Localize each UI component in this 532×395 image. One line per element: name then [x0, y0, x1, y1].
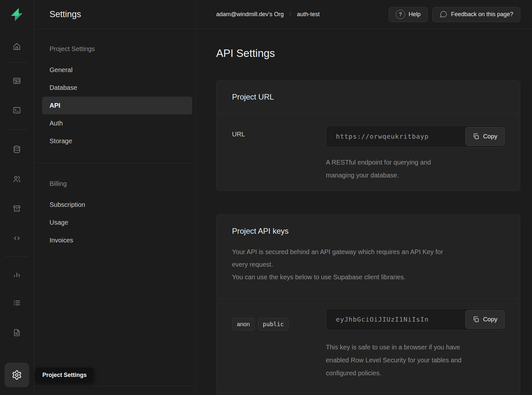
- copy-anon-key-button-label: Copy: [483, 316, 497, 323]
- nav-item-auth[interactable]: Auth: [42, 114, 192, 132]
- url-row: URL https://orwqeukritbayp Copy A REST: [216, 114, 520, 191]
- help-button[interactable]: ? Help: [389, 7, 428, 22]
- next-key-row-cutoff: [216, 392, 520, 395]
- database-icon: [13, 145, 21, 154]
- api-keys-card-description: Your API is secured behind an API gatewa…: [232, 246, 501, 283]
- breadcrumb-separator: /: [290, 11, 291, 18]
- api-keys-description-line1: Your API is secured behind an API gatewa…: [232, 246, 446, 271]
- rail-item-api-docs[interactable]: [13, 234, 21, 242]
- app-window: Project Settings Settings Project Settin…: [0, 0, 532, 395]
- nav-item-database[interactable]: Database: [42, 79, 192, 97]
- gear-icon: [12, 370, 22, 380]
- api-keys-card-header: Project API keys Your API is secured beh…: [216, 215, 520, 299]
- feedback-button-label: Feedback on this page?: [451, 11, 513, 18]
- nav-section-heading-billing: Billing: [42, 180, 192, 187]
- api-keys-card: Project API keys Your API is secured beh…: [216, 214, 520, 395]
- rail-item-table-editor[interactable]: [13, 77, 21, 85]
- nav-bottom-divider: [34, 386, 195, 386]
- anon-key-value: eyJhbGciOiJIUzI1NiIsIn: [336, 315, 429, 323]
- api-keys-description-line2: You can use the keys below to use Supaba…: [232, 271, 501, 283]
- rail-divider: [5, 256, 28, 257]
- rail-item-project-settings[interactable]: [5, 363, 29, 387]
- page-title: API Settings: [216, 47, 520, 59]
- speech-bubble-icon: [439, 10, 448, 18]
- nav-item-subscription[interactable]: Subscription: [42, 196, 192, 214]
- auth-users-icon: [13, 175, 21, 183]
- nav-section-heading-project-settings: Project Settings: [42, 45, 192, 53]
- settings-nav-header: Settings: [34, 0, 195, 29]
- document-icon: [13, 328, 21, 337]
- copy-anon-key-button[interactable]: Copy: [465, 310, 504, 329]
- project-url-card-header: Project URL: [216, 80, 520, 114]
- rail-item-reports[interactable]: [13, 270, 21, 278]
- project-settings-tooltip: Project Settings: [36, 368, 94, 382]
- rail-item-logs[interactable]: [13, 299, 21, 307]
- anon-key-row: anon public eyJhbGciOiJIUzI1NiIsIn Copy: [216, 299, 520, 392]
- icon-rail: [0, 0, 34, 395]
- home-icon: [13, 42, 21, 51]
- settings-nav-body: Project Settings General Database API Au…: [34, 29, 195, 249]
- rail-item-database[interactable]: [13, 145, 21, 154]
- copy-icon: [472, 316, 480, 323]
- main-area: adam@windmill.dev's Org / auth-test ? He…: [196, 0, 532, 395]
- storage-icon: [13, 204, 21, 213]
- copy-url-button-label: Copy: [483, 133, 497, 140]
- anon-key-field[interactable]: eyJhbGciOiJIUzI1NiIsIn Copy: [326, 308, 504, 330]
- top-bar: adam@windmill.dev's Org / auth-test ? He…: [196, 0, 532, 29]
- code-brackets-icon: [13, 234, 21, 242]
- settings-panel-title: Settings: [50, 9, 81, 19]
- rail-item-auth[interactable]: [13, 175, 21, 183]
- project-url-value: https://orwqeukritbayp: [336, 133, 429, 140]
- logo-bolt-upper: [11, 8, 19, 16]
- copy-icon: [472, 133, 480, 140]
- project-url-card: Project URL URL https://orwqeukritbayp C…: [216, 80, 520, 191]
- project-url-card-title: Project URL: [232, 92, 504, 102]
- supabase-logo-icon[interactable]: [9, 7, 25, 22]
- breadcrumb: adam@windmill.dev's Org / auth-test: [216, 11, 320, 18]
- logs-list-icon: [13, 299, 21, 307]
- project-url-field[interactable]: https://orwqeukritbayp Copy: [326, 125, 504, 147]
- breadcrumb-project[interactable]: auth-test: [297, 11, 320, 18]
- nav-item-usage[interactable]: Usage: [42, 214, 192, 231]
- rail-item-docs[interactable]: [13, 328, 21, 337]
- nav-item-api[interactable]: API: [42, 97, 192, 114]
- nav-section-divider: [34, 163, 195, 163]
- rail-item-sql-editor[interactable]: [13, 106, 21, 114]
- page-content: API Settings Project URL URL https://orw…: [196, 29, 532, 395]
- feedback-button[interactable]: Feedback on this page?: [432, 7, 520, 22]
- rail-divider: [5, 62, 28, 63]
- anon-key-badges-cell: anon public: [232, 308, 326, 379]
- url-row-value: https://orwqeukritbayp Copy A RESTful en…: [326, 125, 504, 182]
- rail-item-home[interactable]: [13, 42, 21, 51]
- anon-key-value-cell: eyJhbGciOiJIUzI1NiIsIn Copy This key is …: [326, 308, 504, 379]
- rail-divider: [5, 129, 28, 130]
- url-row-label: URL: [232, 125, 326, 182]
- key-badges: anon public: [232, 314, 326, 330]
- public-badge: public: [258, 318, 289, 330]
- nav-item-general[interactable]: General: [42, 61, 192, 79]
- nav-item-invoices[interactable]: Invoices: [42, 231, 192, 249]
- settings-nav-panel: Settings Project Settings General Databa…: [34, 0, 196, 395]
- table-editor-icon: [13, 77, 21, 85]
- project-url-description: A RESTful endpoint for querying and mana…: [326, 156, 457, 182]
- api-keys-card-title: Project API keys: [232, 226, 504, 236]
- anon-key-description: This key is safe to use in a browser if …: [326, 341, 471, 379]
- breadcrumb-org[interactable]: adam@windmill.dev's Org: [216, 11, 284, 18]
- bar-chart-icon: [13, 270, 21, 278]
- sql-editor-icon: [13, 106, 21, 114]
- nav-item-storage[interactable]: Storage: [42, 132, 192, 150]
- anon-badge: anon: [232, 318, 255, 330]
- help-question-icon: ?: [396, 10, 405, 19]
- copy-url-button[interactable]: Copy: [465, 127, 504, 146]
- help-button-label: Help: [409, 11, 421, 18]
- rail-item-storage[interactable]: [13, 204, 21, 213]
